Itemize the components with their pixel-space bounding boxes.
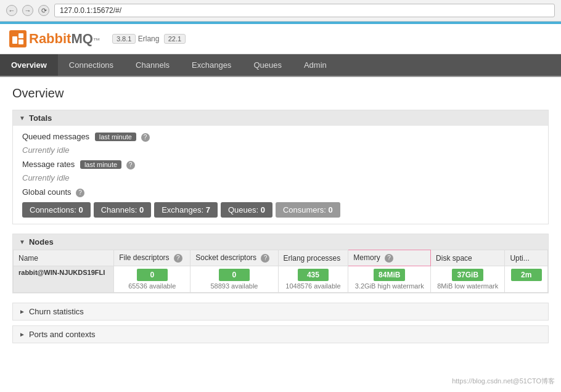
exchanges-count-btn[interactable]: Exchanges: 7 <box>154 202 218 218</box>
col-erlang-proc: Erlang processes <box>278 250 348 266</box>
churn-statistics-section: ► Churn statistics <box>12 303 549 321</box>
memory-cell: 84MiB 3.2GiB high watermark <box>348 266 431 293</box>
page-title: Overview <box>12 86 549 100</box>
logo: RabbitMQ™ <box>9 30 100 47</box>
svg-rect-2 <box>18 39 23 44</box>
nav-queues[interactable]: Queues <box>242 54 293 76</box>
nodes-header[interactable]: ▼ Nodes <box>13 234 548 250</box>
logo-icon <box>9 30 27 47</box>
uptime-cell: 2m <box>505 266 548 293</box>
app-header: RabbitMQ™ 3.8.1 Erlang 22.1 <box>0 24 561 54</box>
socket-desc-help[interactable]: ? <box>261 254 269 263</box>
nodes-section: ▼ Nodes Name File descriptors ? Socket d… <box>12 234 549 293</box>
message-rates-idle: Currently idle <box>22 173 539 182</box>
forward-button[interactable]: → <box>22 5 33 16</box>
message-rates-badge: last minute <box>80 160 121 169</box>
nodes-label: Nodes <box>29 237 54 247</box>
nodes-arrow: ▼ <box>19 239 25 245</box>
version-info: 3.8.1 Erlang 22.1 <box>110 34 186 44</box>
erlang-proc-cell: 435 1048576 available <box>278 266 348 293</box>
socket-desc-value: 0 <box>219 269 250 281</box>
erlang-proc-sub: 1048576 available <box>284 282 343 290</box>
uptime-value: 2m <box>511 269 542 281</box>
queued-messages-row: Queued messages last minute ? <box>22 132 539 142</box>
queued-badge: last minute <box>95 133 136 141</box>
page-content: Overview ▼ Totals Queued messages last m… <box>0 77 561 357</box>
file-desc-sub: 65536 available <box>119 282 185 290</box>
global-counts-row: Global counts ? <box>22 187 539 197</box>
channels-count-btn[interactable]: Channels: 0 <box>94 202 151 218</box>
url-bar[interactable] <box>54 4 555 17</box>
file-desc-value: 0 <box>137 269 168 281</box>
socket-desc-sub: 58893 available <box>195 282 272 290</box>
node-name: rabbit@WIN-NJUKDS19FLI <box>14 266 114 293</box>
file-desc-cell: 0 65536 available <box>114 266 190 293</box>
queued-idle: Currently idle <box>22 145 539 155</box>
nodes-body: Name File descriptors ? Socket descripto… <box>13 250 548 293</box>
col-memory: Memory ? <box>348 250 431 266</box>
back-button[interactable]: ← <box>6 5 17 16</box>
message-rates-label: Message rates <box>22 160 75 169</box>
churn-label: Churn statistics <box>29 307 84 316</box>
nav-admin[interactable]: Admin <box>293 54 338 76</box>
disk-space-value: 37GiB <box>452 269 483 281</box>
col-socket-desc: Socket descriptors ? <box>190 250 278 266</box>
totals-section: ▼ Totals Queued messages last minute ? C… <box>12 110 549 224</box>
global-counts-help-icon[interactable]: ? <box>76 189 84 197</box>
svg-rect-1 <box>18 33 23 38</box>
churn-statistics-header[interactable]: ► Churn statistics <box>13 303 548 320</box>
queues-count-btn[interactable]: Queues: 0 <box>221 202 272 218</box>
totals-body: Queued messages last minute ? Currently … <box>13 126 548 224</box>
logo-rabbit: Rabbit <box>29 31 71 46</box>
totals-arrow: ▼ <box>19 115 25 121</box>
erlang-proc-value: 435 <box>298 269 329 281</box>
queued-messages-label: Queued messages <box>22 132 89 141</box>
table-row: rabbit@WIN-NJUKDS19FLI 0 65536 available… <box>14 266 548 293</box>
count-buttons: Connections: 0 Channels: 0 Exchanges: 7 … <box>22 202 539 218</box>
ports-contexts-section: ► Ports and contexts <box>12 325 549 343</box>
nodes-table: Name File descriptors ? Socket descripto… <box>13 250 548 293</box>
message-rates-row: Message rates last minute ? <box>22 160 539 169</box>
disk-space-cell: 37GiB 8MiB low watermark <box>431 266 505 293</box>
navigation: Overview Connections Channels Exchanges … <box>0 54 561 77</box>
erlang-version-badge: 22.1 <box>164 34 186 44</box>
file-desc-help[interactable]: ? <box>174 254 182 263</box>
col-uptime: Upti... <box>505 250 548 266</box>
disk-space-sub: 8MiB low watermark <box>436 282 499 290</box>
churn-arrow: ► <box>19 308 25 315</box>
message-rates-help-icon[interactable]: ? <box>126 161 135 169</box>
nav-overview[interactable]: Overview <box>0 54 58 76</box>
queued-help-icon[interactable]: ? <box>141 133 150 142</box>
erlang-label: Erlang <box>138 35 160 43</box>
version-badge: 3.8.1 <box>112 34 136 44</box>
col-disk-space: Disk space <box>431 250 505 266</box>
ports-contexts-header[interactable]: ► Ports and contexts <box>13 326 548 343</box>
ports-arrow: ► <box>19 331 25 338</box>
totals-header[interactable]: ▼ Totals <box>13 110 548 126</box>
totals-label: Totals <box>29 113 52 123</box>
browser-chrome: ← → ⟳ <box>0 0 561 22</box>
logo-text: RabbitMQ™ <box>29 31 100 47</box>
connections-count-btn[interactable]: Connections: 0 <box>22 202 91 218</box>
nav-connections[interactable]: Connections <box>58 54 125 76</box>
socket-desc-cell: 0 58893 available <box>190 266 278 293</box>
logo-mq: MQ <box>71 31 92 46</box>
memory-sub: 3.2GiB high watermark <box>353 282 425 290</box>
nav-exchanges[interactable]: Exchanges <box>181 54 242 76</box>
reload-button[interactable]: ⟳ <box>38 5 49 16</box>
memory-value: 84MiB <box>374 269 405 281</box>
ports-label: Ports and contexts <box>29 330 96 339</box>
col-file-desc: File descriptors ? <box>114 250 190 266</box>
col-name: Name <box>14 250 114 266</box>
consumers-count-btn[interactable]: Consumers: 0 <box>276 202 340 218</box>
svg-rect-0 <box>12 36 17 44</box>
memory-help[interactable]: ? <box>385 254 393 263</box>
global-counts-label: Global counts <box>22 187 72 197</box>
nav-channels[interactable]: Channels <box>125 54 181 76</box>
